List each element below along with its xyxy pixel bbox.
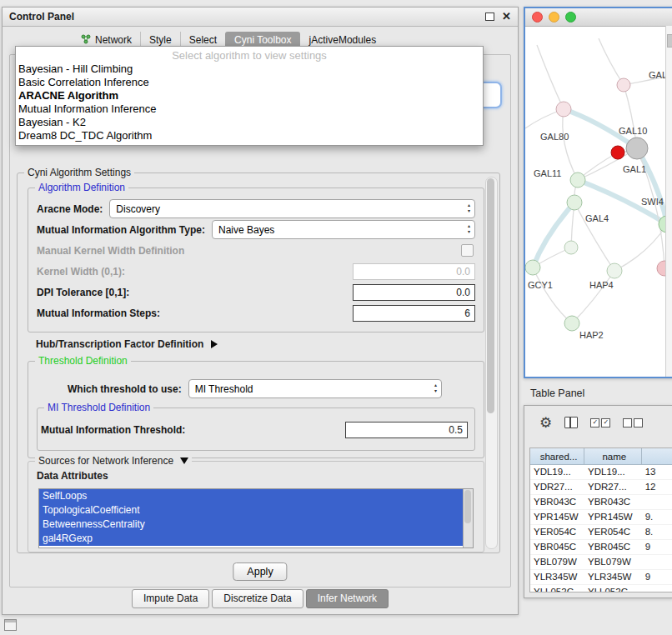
mi-threshold-row: Mutual Information Threshold: 0.5 — [41, 421, 468, 439]
network-edge[interactable] — [533, 268, 572, 323]
dpi-tolerance-input[interactable]: 0.0 — [353, 284, 475, 301]
sources-section-toggle[interactable]: Sources for Network Inference — [35, 455, 192, 467]
zoom-traffic-light-icon[interactable] — [565, 12, 576, 22]
node-gcy1[interactable] — [525, 260, 540, 275]
table-cell: 9. — [642, 510, 672, 524]
mi-threshold-label: Mutual Information Threshold: — [41, 424, 185, 436]
bottom-tab-infer-network[interactable]: Infer Network — [306, 589, 389, 608]
manual-kernel-label: Manual Kernel Width Definition — [37, 245, 184, 257]
attributes-scrollbar-thumb[interactable] — [464, 490, 471, 523]
mi-threshold-input[interactable]: 0.5 — [345, 422, 468, 438]
bottom-tab-discretize-data[interactable]: Discretize Data — [212, 589, 303, 608]
network-edge[interactable] — [563, 109, 578, 180]
algorithm-option-mutual-information-inference[interactable]: Mutual Information Inference — [16, 102, 483, 116]
table-row[interactable]: YBL079WYBL079W — [530, 555, 672, 570]
table-header-cell[interactable]: shared... — [530, 448, 584, 465]
close-traffic-light-icon[interactable] — [532, 12, 543, 22]
columns-icon[interactable] — [564, 417, 578, 428]
tab-label: Network — [95, 34, 132, 46]
cyni-algorithm-settings-group: Cyni Algorithm Settings Algorithm Defini… — [17, 172, 500, 553]
docked-panel-icon[interactable] — [4, 619, 17, 631]
hub-tf-label: Hub/Transcription Factor Definition — [36, 338, 203, 350]
table-cell: YDL19... — [584, 465, 642, 479]
table-row[interactable]: YER054CYER054C8. — [530, 525, 672, 540]
which-threshold-value: MI Threshold — [195, 383, 253, 395]
table-row[interactable]: YLR345WYLR345W9 — [530, 570, 672, 585]
mi-algorithm-select[interactable]: Naive Bayes ▴▾ — [212, 220, 475, 239]
table-row[interactable]: YLL052CYLL052C — [530, 585, 672, 592]
network-edge[interactable] — [572, 271, 614, 323]
table-header-cell[interactable] — [642, 448, 672, 465]
table-cell: 13 — [642, 465, 672, 479]
apply-button[interactable]: Apply — [233, 562, 287, 581]
attribute-item-topologicalcoefficient[interactable]: TopologicalCoefficient — [39, 503, 463, 518]
settings-scrollbar[interactable] — [485, 177, 498, 549]
node-label-gal80: GAL80 — [540, 132, 569, 142]
table-cell: YBR043C — [584, 495, 642, 509]
mi-algorithm-value: Naive Bayes — [218, 224, 274, 236]
attribute-item-betweennesscentrality[interactable]: BetweennessCentrality — [39, 518, 463, 532]
table-cell: YBL079W — [530, 555, 584, 569]
minimize-traffic-light-icon[interactable] — [549, 12, 559, 22]
node-label-gal4: GAL4 — [585, 213, 609, 223]
node-red[interactable] — [611, 146, 624, 159]
bottom-tab-bar: Impute DataDiscretize DataInfer Network — [3, 589, 518, 608]
data-attributes-list[interactable]: SelfLoopsTopologicalCoefficientBetweenne… — [38, 488, 474, 548]
aracne-mode-select[interactable]: Discovery ▴▾ — [109, 199, 475, 218]
table-cell: YBR045C — [584, 540, 642, 554]
node-gal8[interactable] — [617, 78, 630, 92]
table-row[interactable]: YPR145WYPR145W9. — [530, 510, 672, 525]
attribute-item-selfloops[interactable]: SelfLoops — [39, 489, 463, 503]
network-canvas[interactable]: GAL8GAL80GAL10GAL1GAL11SWI4GAL4GCY1HAP4H… — [525, 27, 670, 376]
algorithm-option-bayesian-hill-climbing[interactable]: Bayesian - Hill Climbing — [16, 62, 483, 76]
network-view-window: GAL8GAL80GAL10GAL1GAL11SWI4GAL4GCY1HAP4H… — [524, 7, 672, 378]
select-all-icon[interactable]: ✓✓ — [590, 418, 610, 428]
node-label-hap4: HAP4 — [589, 280, 614, 290]
table-cell: YPR145W — [584, 510, 642, 524]
attribute-item-gal4rgexp[interactable]: gal4RGexp — [39, 532, 463, 546]
kernel-width-input[interactable]: 0.0 — [353, 263, 475, 280]
network-edge[interactable] — [537, 45, 564, 109]
network-window-titlebar — [525, 8, 672, 27]
table-cell — [642, 495, 672, 509]
which-threshold-label: Which threshold to use: — [68, 383, 182, 395]
node-label-gal11: GAL11 — [534, 168, 561, 178]
algorithm-option-dream8-dc-tdc-algorithm[interactable]: Dream8 DC_TDC Algorithm — [16, 129, 483, 142]
mi-algorithm-row: Mutual Information Algorithm Type: Naive… — [37, 219, 475, 240]
algorithm-option-bayesian-k2[interactable]: Bayesian - K2 — [16, 116, 483, 129]
table-cell: YPR145W — [530, 510, 584, 524]
algorithm-option-aracne-algorithm[interactable]: ARACNE Algorithm — [16, 89, 483, 102]
node-label-swi4: SWI4 — [641, 197, 664, 207]
node-hap4[interactable] — [607, 263, 622, 278]
table-row[interactable]: YDR27...YDR27...12 — [530, 480, 672, 495]
bottom-tab-impute-data[interactable]: Impute Data — [132, 589, 209, 608]
close-icon[interactable]: ✕ — [502, 12, 511, 21]
node-gal11[interactable] — [570, 172, 585, 188]
float-window-icon[interactable] — [485, 12, 494, 21]
select-none-icon[interactable] — [623, 418, 643, 428]
manual-kernel-checkbox[interactable] — [461, 244, 474, 257]
gear-icon[interactable]: ⚙ — [539, 416, 552, 430]
algorithm-definition-title: Algorithm Definition — [35, 182, 128, 193]
network-edge[interactable] — [533, 202, 574, 268]
network-vertical-scrollbar[interactable] — [665, 26, 672, 377]
attributes-scrollbar[interactable] — [463, 489, 473, 548]
node-gal80[interactable] — [556, 102, 571, 117]
node-gal10[interactable] — [626, 138, 648, 159]
mi-steps-input[interactable]: 6 — [353, 305, 475, 322]
algorithm-option-basic-correlation-inference[interactable]: Basic Correlation Inference — [16, 76, 483, 89]
network-scrollbar-thumb[interactable] — [667, 34, 672, 48]
which-threshold-select[interactable]: MI Threshold ▴▾ — [188, 379, 442, 398]
node-hap2[interactable] — [564, 316, 579, 331]
hub-tf-section-toggle[interactable]: Hub/Transcription Factor Definition — [36, 338, 218, 350]
table-row[interactable]: YBR045CYBR045C9 — [530, 540, 672, 555]
threshold-definition-title: Threshold Definition — [35, 355, 131, 367]
settings-scrollbar-thumb[interactable] — [487, 178, 494, 413]
table-row[interactable]: YBR043CYBR043C — [530, 495, 672, 510]
network-edge[interactable] — [599, 38, 624, 85]
table-cell: YER054C — [584, 525, 642, 539]
table-header-cell[interactable]: name — [584, 448, 642, 465]
table-row[interactable]: YDL19...YDL19...13 — [530, 465, 672, 480]
node-mid[interactable] — [564, 241, 578, 254]
node-gal4[interactable] — [567, 195, 582, 210]
